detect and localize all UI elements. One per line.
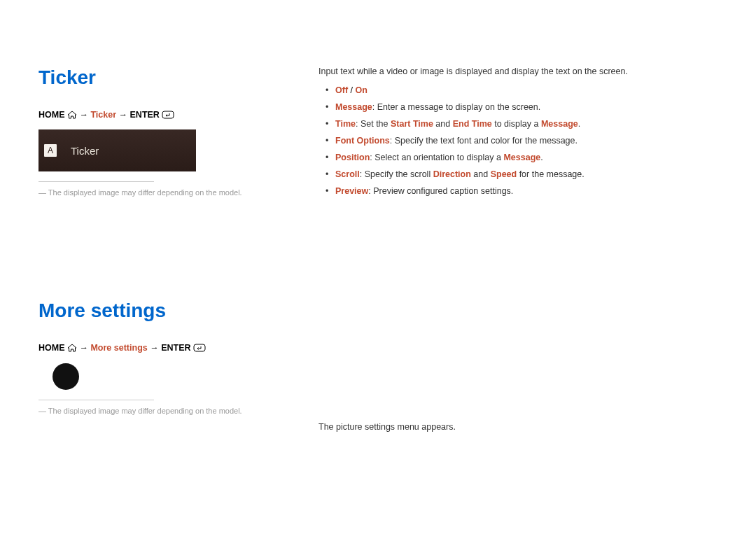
bullet-off-on: Off / On (318, 83, 718, 97)
ticker-note: The displayed image may differ depending… (38, 188, 312, 198)
nav-enter-label-2: ENTER (161, 343, 190, 353)
left-column: Ticker HOME → Ticker → ENTER A Ticker Th… (38, 66, 312, 432)
svg-rect-0 (162, 111, 174, 118)
nav-arrow-3: → (79, 343, 88, 353)
ticker-heading: Ticker (38, 66, 312, 89)
ticker-letter-badge: A (44, 144, 57, 157)
ticker-options-list: Off / On Message: Enter a message to dis… (318, 83, 718, 198)
nav-home-label-2: HOME (38, 343, 65, 353)
nav-home-label: HOME (38, 110, 65, 120)
ticker-intro-text: Input text while a video or image is dis… (318, 66, 718, 76)
ticker-preview-image: A Ticker (38, 129, 196, 171)
bullet-position: Position: Select an orientation to displ… (318, 150, 718, 164)
more-settings-preview-image (52, 363, 79, 390)
nav-arrow-2: → (119, 110, 128, 120)
more-settings-text: The picture settings menu appears. (318, 422, 718, 432)
nav-arrow-1: → (79, 110, 88, 120)
more-settings-heading: More settings (38, 300, 312, 322)
enter-icon (162, 111, 174, 119)
ticker-nav-path: HOME → Ticker → ENTER (38, 110, 312, 120)
divider (38, 181, 154, 182)
home-icon (67, 111, 77, 119)
nav-enter-label: ENTER (130, 110, 160, 120)
bullet-scroll: Scroll: Specify the scroll Direction and… (318, 167, 718, 181)
right-column: Input text while a video or image is dis… (312, 66, 718, 432)
more-settings-nav-path: HOME → More settings → ENTER (38, 343, 312, 353)
svg-rect-1 (194, 344, 205, 351)
nav-more-settings-label: More settings (90, 343, 147, 353)
more-settings-note: The displayed image may differ depending… (38, 406, 312, 416)
ticker-box-label: Ticker (71, 145, 99, 157)
nav-arrow-4: → (150, 343, 159, 353)
bullet-preview: Preview: Preview configured caption sett… (318, 184, 718, 198)
bullet-message: Message: Enter a message to display on t… (318, 100, 718, 114)
divider (38, 400, 154, 400)
enter-icon (193, 344, 206, 352)
bullet-font-options: Font Options: Specify the text font and … (318, 134, 718, 148)
bullet-time: Time: Set the Start Time and End Time to… (318, 117, 718, 131)
nav-ticker-label: Ticker (90, 110, 116, 120)
home-icon (67, 344, 77, 352)
document-page: Ticker HOME → Ticker → ENTER A Ticker Th… (0, 0, 756, 453)
